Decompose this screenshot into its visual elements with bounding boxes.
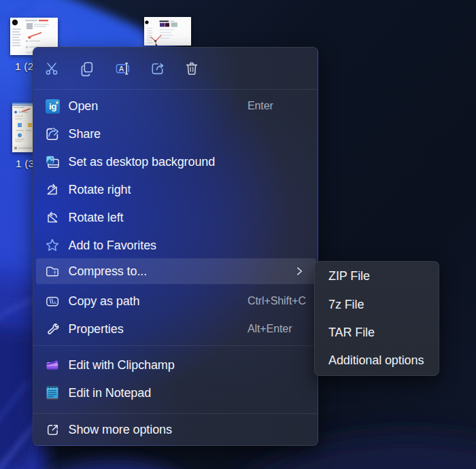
svg-text:A: A	[119, 64, 124, 72]
svg-text:ig: ig	[49, 101, 56, 111]
